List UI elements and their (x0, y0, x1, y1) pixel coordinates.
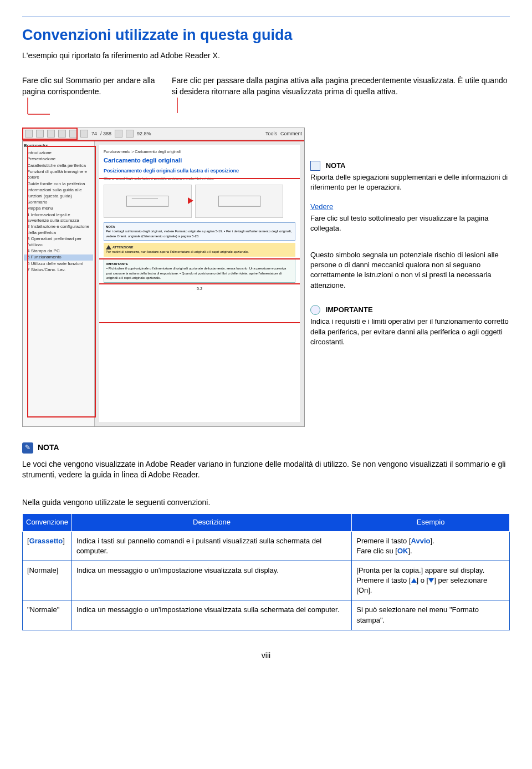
intro-text: L'esempio qui riportato fa riferimento a… (22, 50, 510, 62)
callout-left: Fare clic sul Sommario per andare alla p… (22, 75, 161, 97)
page-number: viii (22, 650, 510, 661)
bookmark-item[interactable]: 3 Operazioni preliminari per l'utilizzo (24, 236, 93, 248)
bookmark-item[interactable]: 2 Installazione e configurazione della p… (24, 224, 93, 236)
callout-right: Fare clic per passare dalla pagina attiv… (172, 75, 510, 97)
th-convenzione: Convenzione (23, 514, 72, 531)
bookmark-item[interactable]: 5 Funzionamento (24, 254, 93, 260)
triangle-down-icon (428, 578, 434, 583)
nota-title: NOTA (38, 442, 59, 454)
table-row: [Normale] Indica un messaggio o un'impos… (23, 561, 510, 600)
bookmark-item[interactable]: 4 Stampa da PC (24, 248, 93, 254)
th-descrizione: Descrizione (71, 514, 351, 531)
bookmark-item[interactable]: Caratteristiche della periferica (24, 163, 93, 169)
bookmark-item[interactable]: Mappa menu (24, 206, 93, 211)
bookmark-item[interactable]: Sommario (24, 200, 93, 205)
toolbar: 74/ 388 92.8% Tools Comment (23, 128, 304, 140)
bookmarks-panel[interactable]: Bookmarks IntroduzionePresentazioneCarat… (23, 140, 95, 426)
page-title: Convenzioni utilizzate in questa guida (22, 25, 510, 46)
bookmark-item[interactable]: 7 Status/Canc. Lav. (24, 267, 93, 273)
importante-body: Indica i requisiti e i limiti operativi … (310, 317, 510, 347)
importante-icon (310, 305, 320, 315)
svg-rect-5 (218, 196, 260, 206)
vedere-body: Fare clic sul testo sottolineato per vis… (310, 213, 510, 233)
table-row: "Normale" Indica un messaggio o un'impos… (23, 600, 510, 630)
triangle-up-icon (411, 578, 417, 583)
warning-body: Questo simbolo segnala un potenziale ris… (310, 250, 510, 291)
conventions-intro: Nella guida vengono utilizzate le seguen… (22, 497, 510, 508)
bookmark-item[interactable]: Funzioni di qualità immagine e colore (24, 169, 93, 181)
ss-page: Funzionamento > Caricamento degli origin… (99, 145, 300, 422)
bookmark-item[interactable]: Introduzione (24, 150, 93, 156)
bookmark-item[interactable]: Presentazione (24, 156, 93, 162)
bookmark-item[interactable]: Guide fornite con la periferica (24, 181, 93, 187)
bookmark-item[interactable]: 1 Informazioni legali e avvertenze sulla… (24, 212, 93, 224)
bookmark-item[interactable]: Informazioni sulla guida alle funzioni (… (24, 187, 93, 199)
svg-rect-3 (127, 196, 168, 206)
vedere-link[interactable]: Vedere (310, 202, 333, 211)
importante-title: IMPORTANTE (326, 305, 373, 315)
nota-body: Le voci che vengono visualizzate in Adob… (22, 459, 510, 481)
table-row: [Grassetto] Indica i tasti sul pannello … (23, 531, 510, 561)
nota-title: NOTA (326, 161, 346, 171)
th-esempio: Esempio (352, 514, 510, 531)
conventions-table: Convenzione Descrizione Esempio [Grasset… (22, 513, 510, 630)
nota-body: Riporta delle spiegazioni supplementari … (310, 172, 510, 192)
nota-icon (310, 161, 320, 171)
bookmark-item[interactable]: 6 Utilizzo delle varie funzioni (24, 261, 93, 267)
screenshot: 74/ 388 92.8% Tools Comment Bookmarks In… (22, 128, 305, 427)
nota-icon: ✎ (22, 442, 33, 454)
